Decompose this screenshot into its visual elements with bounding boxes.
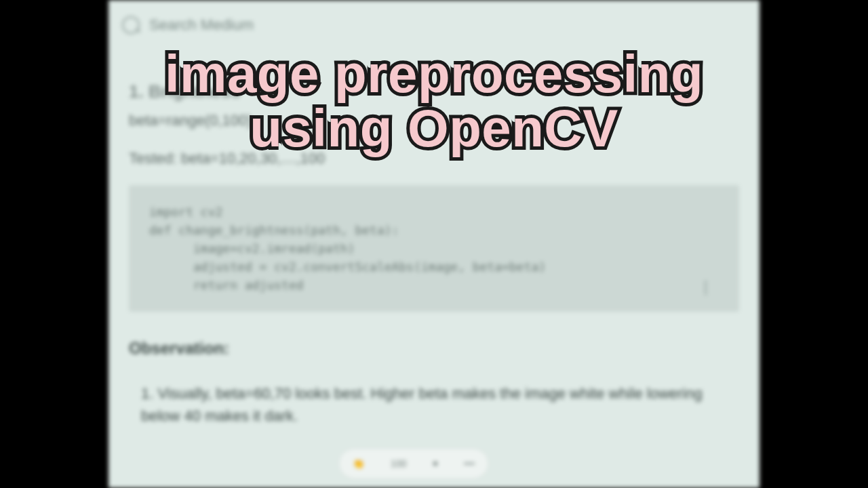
toolbar-clap-icon[interactable]: 👏 [353,458,364,469]
observation-list-item: 1. Visually, beta=60,70 looks best. High… [129,382,739,427]
search-placeholder: Search Medium [149,16,254,34]
title-line-1: image preprocessing [165,47,703,102]
toolbar-minus-icon[interactable] [464,463,475,464]
text-cursor-icon: ⎸ [705,276,719,298]
toolbar-count: 100 [391,458,406,469]
search-bar[interactable]: Search Medium [122,16,254,34]
observation-heading: Observation: [129,339,739,358]
search-icon [122,16,140,34]
toolbar-separator-icon [433,462,437,466]
code-text: import cv2 def change_brightness(path, b… [149,205,546,292]
thumbnail-title: image preprocessing using OpenCV [165,47,703,155]
video-frame: Search Medium 1. Brightness beta=range(0… [0,0,868,488]
floating-toolbar[interactable]: 👏 100 [339,449,488,479]
code-block[interactable]: import cv2 def change_brightness(path, b… [129,185,739,312]
title-line-2: using OpenCV [165,102,703,156]
